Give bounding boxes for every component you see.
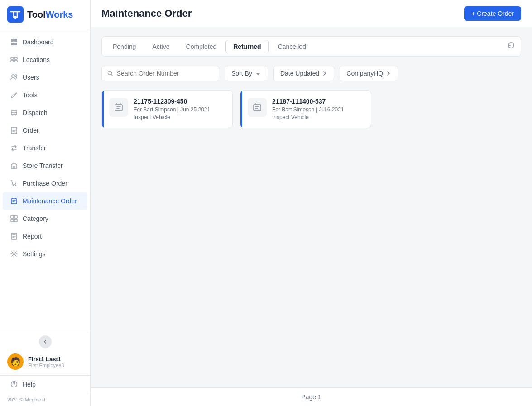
order-icon-1 [248,98,267,117]
tab-returned[interactable]: Returned [225,40,268,53]
sort-label: Sort By [231,70,252,77]
order-info-0: 21175-112309-450 For Bart Simpson | Jun … [134,98,210,120]
sidebar-item-users[interactable]: Users [3,69,87,86]
sidebar-item-purchase-order[interactable]: Purchase Order [3,175,87,192]
svg-rect-17 [14,215,17,218]
svg-rect-5 [14,43,17,45]
svg-rect-25 [115,105,122,111]
svg-rect-15 [11,199,17,204]
svg-rect-3 [14,39,17,42]
orders-grid: 21175-112309-450 For Bart Simpson | Jun … [101,90,521,128]
order-number-0: 21175-112309-450 [134,98,210,105]
sidebar-item-users-label: Users [23,74,39,81]
sidebar-item-locations-label: Locations [23,56,50,63]
users-icon [10,73,18,81]
logo-icon [7,6,24,23]
order-info-1: 21187-111400-537 For Bart Simpson | Jul … [272,98,344,120]
page-footer: Page 1 [91,387,532,406]
tabs-bar: Pending Active Completed Returned Cancel… [101,36,521,57]
page-title: Maintenance Order [101,8,192,19]
search-box[interactable] [101,66,219,81]
maintenance-order-icon [10,197,18,205]
svg-point-10 [12,75,14,77]
logo-tool: Tool [27,10,46,19]
search-input[interactable] [117,70,213,77]
topbar: Maintenance Order + Create Order [91,0,532,27]
svg-rect-2 [11,39,14,42]
copyright: 2021 © Meghsoft [0,393,90,406]
chevron-right-icon [322,71,327,76]
collapse-button[interactable] [7,335,83,348]
order-accent-0 [102,91,104,128]
sidebar-item-locations[interactable]: Locations [3,51,87,68]
settings-icon [10,250,18,258]
category-icon [10,215,18,223]
sidebar: ToolWorks Dashboard Locations Users [0,0,91,406]
sort-icon [255,70,261,76]
sidebar-item-settings-label: Settings [23,250,46,258]
tab-completed[interactable]: Completed [179,40,224,53]
content-area: Pending Active Completed Returned Cancel… [91,27,532,387]
user-info: 🧑 First1 Last1 First Employee3 [7,353,83,370]
filter-row: Sort By Date Updated CompanyHQ [101,66,521,81]
svg-rect-8 [11,60,14,62]
order-icon [10,126,18,134]
sidebar-item-category-label: Category [23,215,48,222]
sidebar-item-maintenance-order[interactable]: Maintenance Order [3,192,87,210]
svg-point-23 [14,386,14,387]
sidebar-item-dispatch[interactable]: Dispatch [3,104,87,121]
tab-cancelled[interactable]: Cancelled [271,40,313,53]
svg-rect-16 [11,215,14,218]
svg-rect-4 [11,43,14,45]
locations-icon [10,56,18,64]
order-task-0: Inspect Vehicle [134,114,210,120]
svg-rect-0 [7,6,24,23]
order-for-0: For Bart Simpson | Jun 25 2021 [134,106,210,113]
date-filter[interactable]: Date Updated [273,66,334,81]
tab-pending[interactable]: Pending [105,40,143,53]
sidebar-item-order[interactable]: Order [3,122,87,139]
sidebar-item-store-transfer[interactable]: Store Transfer [3,157,87,174]
order-task-1: Inspect Vehicle [272,114,344,120]
sidebar-item-tools-label: Tools [23,91,38,99]
location-filter[interactable]: CompanyHQ [340,66,398,81]
sidebar-item-transfer[interactable]: Transfer [3,139,87,157]
user-details: First1 Last1 First Employee3 [28,356,64,368]
app-logo: ToolWorks [0,0,90,29]
sidebar-footer: 🧑 First1 Last1 First Employee3 [0,330,90,375]
sidebar-nav: Dashboard Locations Users Tools Dispatch [0,29,90,330]
sidebar-item-dashboard-label: Dashboard [23,38,54,46]
sidebar-item-maintenance-order-label: Maintenance Order [23,197,77,205]
svg-rect-9 [14,60,17,62]
sort-button[interactable]: Sort By [225,66,268,81]
sidebar-item-help-label: Help [23,381,36,388]
sidebar-item-dashboard[interactable]: Dashboard [3,33,87,51]
logo-works: Works [46,10,73,19]
sidebar-item-purchase-order-label: Purchase Order [23,180,67,187]
sidebar-item-report[interactable]: Report [3,228,87,245]
date-filter-label: Date Updated [280,70,319,77]
help-icon [10,380,18,388]
dashboard-icon [10,38,18,46]
create-order-button[interactable]: + Create Order [464,6,521,21]
order-card-1[interactable]: 21187-111400-537 For Bart Simpson | Jul … [240,90,371,128]
svg-point-24 [108,71,111,75]
tools-icon [10,91,18,99]
sidebar-item-category[interactable]: Category [3,210,87,227]
svg-point-14 [15,185,16,186]
svg-rect-6 [11,57,14,59]
sidebar-item-settings[interactable]: Settings [3,245,87,263]
main-content: Maintenance Order + Create Order Pending… [91,0,532,406]
dispatch-icon [10,109,18,117]
page-label: Page 1 [301,393,321,401]
store-transfer-icon [10,162,18,170]
refresh-button[interactable] [505,39,517,53]
svg-point-11 [15,75,17,76]
purchase-order-icon [10,179,18,187]
sidebar-item-tools[interactable]: Tools [3,86,87,104]
order-card-0[interactable]: 21175-112309-450 For Bart Simpson | Jun … [101,90,233,128]
tab-active[interactable]: Active [145,40,177,53]
sidebar-item-order-label: Order [23,127,39,134]
sidebar-item-help[interactable]: Help [0,375,90,393]
svg-rect-19 [14,219,17,222]
